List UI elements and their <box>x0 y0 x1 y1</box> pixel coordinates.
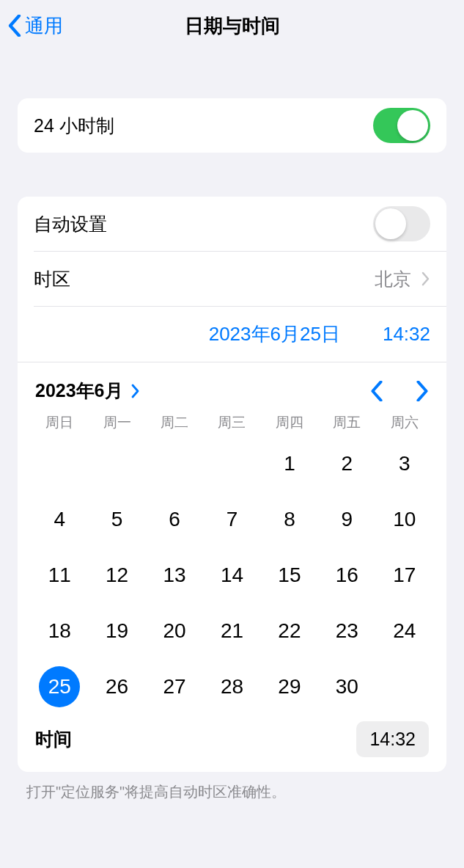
day-cell[interactable]: 13 <box>146 548 203 602</box>
month-label: 2023年6月 <box>35 379 123 403</box>
time-format-section: 24 小时制 <box>18 98 446 153</box>
day-cell[interactable]: 28 <box>203 660 260 714</box>
time-format-switch[interactable] <box>373 108 430 143</box>
day-number: 20 <box>154 610 195 652</box>
day-number: 9 <box>326 499 367 540</box>
weekday-label: 周六 <box>376 413 433 432</box>
day-number: 8 <box>269 499 310 540</box>
day-cell[interactable]: 25 <box>31 660 88 714</box>
day-cell[interactable]: 14 <box>203 548 260 602</box>
day-number: 7 <box>211 499 252 540</box>
day-cell[interactable]: 6 <box>146 492 203 547</box>
switch-knob <box>397 110 428 141</box>
auto-set-row: 自动设置 <box>18 197 446 251</box>
datetime-section: 自动设置 时区 北京 2023年6月25日 14:32 2023年6月 <box>18 197 446 772</box>
day-number: 10 <box>384 499 425 540</box>
month-nav-arrows <box>370 381 429 401</box>
day-cell[interactable]: 19 <box>88 604 145 658</box>
day-cell[interactable]: 27 <box>146 660 203 714</box>
day-cell[interactable]: 30 <box>318 660 375 714</box>
day-cell[interactable]: 8 <box>261 492 318 547</box>
day-number: 28 <box>211 666 252 707</box>
chevron-left-icon <box>7 15 22 37</box>
day-number: 18 <box>39 610 80 652</box>
day-cell[interactable]: 10 <box>376 492 433 547</box>
day-cell[interactable]: 7 <box>203 492 260 547</box>
day-cell[interactable]: 4 <box>31 492 88 547</box>
weekday-label: 周日 <box>31 413 88 432</box>
day-number: 3 <box>384 443 425 484</box>
day-number: 29 <box>269 666 310 707</box>
time-format-row: 24 小时制 <box>18 98 446 153</box>
switch-knob <box>375 208 406 239</box>
day-cell[interactable]: 18 <box>31 604 88 658</box>
timezone-value-container: 北京 <box>375 267 430 291</box>
day-cell[interactable]: 1 <box>261 437 318 491</box>
day-number: 13 <box>154 555 195 596</box>
day-cell[interactable]: 21 <box>203 604 260 658</box>
day-cell-empty <box>31 437 88 491</box>
day-cell[interactable]: 15 <box>261 548 318 602</box>
day-cell[interactable]: 16 <box>318 548 375 602</box>
weekday-label: 周二 <box>146 413 203 432</box>
back-label: 通用 <box>25 13 63 39</box>
time-row: 时间 14:32 <box>18 714 446 772</box>
weekday-label: 周四 <box>261 413 318 432</box>
weekday-row: 周日周一周二周三周四周五周六 <box>18 413 446 437</box>
day-cell[interactable]: 3 <box>376 437 433 491</box>
day-cell[interactable]: 11 <box>31 548 88 602</box>
day-number: 25 <box>39 666 80 707</box>
day-cell[interactable]: 23 <box>318 604 375 658</box>
calendar-grid: 1234567891011121314151617181920212223242… <box>18 437 446 714</box>
day-number: 24 <box>384 610 425 652</box>
auto-set-label: 自动设置 <box>34 212 107 236</box>
selected-time-button[interactable]: 14:32 <box>383 323 430 346</box>
prev-month-button[interactable] <box>370 381 383 401</box>
day-number: 26 <box>97 666 138 707</box>
day-number: 11 <box>39 555 80 596</box>
day-number: 16 <box>326 555 367 596</box>
back-button[interactable]: 通用 <box>7 13 63 39</box>
day-cell[interactable]: 17 <box>376 548 433 602</box>
day-number: 23 <box>326 610 367 652</box>
day-cell[interactable]: 29 <box>261 660 318 714</box>
day-cell[interactable]: 26 <box>88 660 145 714</box>
time-label: 时间 <box>35 727 72 751</box>
weekday-label: 周一 <box>88 413 145 432</box>
day-number: 17 <box>384 555 425 596</box>
page-title: 日期与时间 <box>185 13 280 39</box>
navigation-bar: 通用 日期与时间 <box>0 0 464 51</box>
day-number: 22 <box>269 610 310 652</box>
day-number: 15 <box>269 555 310 596</box>
day-cell[interactable]: 5 <box>88 492 145 547</box>
auto-set-switch[interactable] <box>373 206 430 241</box>
day-number: 14 <box>211 555 252 596</box>
day-number: 27 <box>154 666 195 707</box>
next-month-button[interactable] <box>416 381 429 401</box>
day-cell[interactable]: 2 <box>318 437 375 491</box>
timezone-row[interactable]: 时区 北京 <box>18 252 446 306</box>
footer-hint: 打开"定位服务"将提高自动时区准确性。 <box>26 782 438 802</box>
day-number: 6 <box>154 499 195 540</box>
calendar-header: 2023年6月 <box>18 362 446 413</box>
day-number: 30 <box>326 666 367 707</box>
day-number: 12 <box>97 555 138 596</box>
selected-date-button[interactable]: 2023年6月25日 <box>209 321 340 347</box>
day-number: 21 <box>211 610 252 652</box>
day-cell-empty <box>146 437 203 491</box>
chevron-right-icon <box>130 384 141 398</box>
day-cell[interactable]: 20 <box>146 604 203 658</box>
month-selector[interactable]: 2023年6月 <box>35 379 141 403</box>
chevron-right-icon <box>421 271 430 286</box>
day-cell[interactable]: 9 <box>318 492 375 547</box>
selected-datetime-row: 2023年6月25日 14:32 <box>18 307 446 362</box>
time-picker-button[interactable]: 14:32 <box>356 721 429 757</box>
day-cell-empty <box>88 437 145 491</box>
day-cell[interactable]: 12 <box>88 548 145 602</box>
day-cell[interactable]: 24 <box>376 604 433 658</box>
day-cell-empty <box>203 437 260 491</box>
weekday-label: 周三 <box>203 413 260 432</box>
day-number: 2 <box>326 443 367 484</box>
timezone-label: 时区 <box>34 267 70 291</box>
day-cell[interactable]: 22 <box>261 604 318 658</box>
